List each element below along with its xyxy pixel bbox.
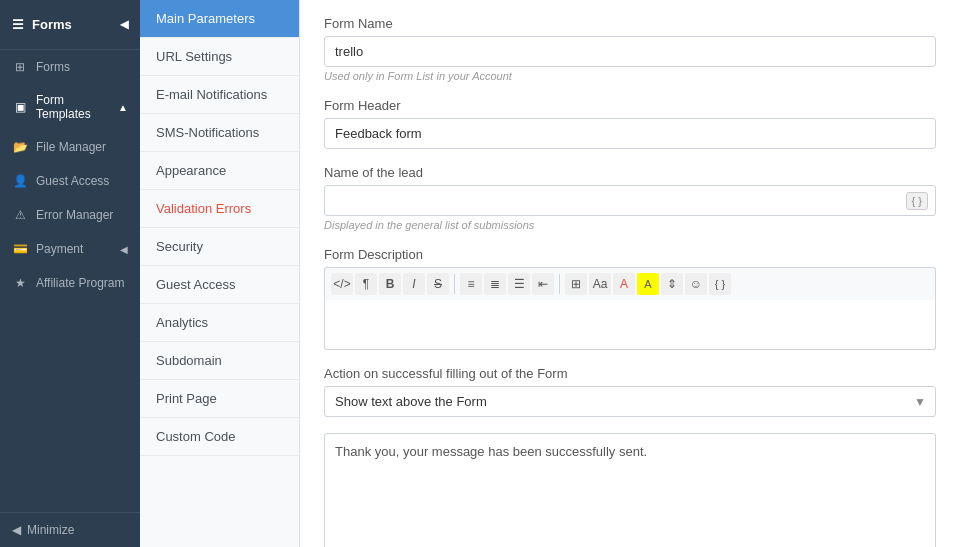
file-manager-icon: 📂 [12,139,28,155]
nav-item-label: Appearance [156,163,226,178]
chevron-icon: ◀ [120,244,128,255]
forms-nav-icon: ⊞ [12,59,28,75]
lead-name-group: Name of the lead { } Displayed in the ge… [324,165,936,231]
success-message-text: Thank you, your message has been success… [335,444,647,459]
toolbar-indent-btn[interactable]: ⇤ [532,273,554,295]
sidebar-item-payment[interactable]: 💳 Payment ◀ [0,232,140,266]
nav-item-label: Validation Errors [156,201,251,216]
toolbar-font-btn[interactable]: Aa [589,273,611,295]
toolbar-color-btn[interactable]: A [613,273,635,295]
lead-name-input[interactable] [324,185,936,216]
sidebar-item-guest-access[interactable]: 👤 Guest Access [0,164,140,198]
action-select-wrapper: Show text above the Form Redirect to URL… [324,386,936,417]
toolbar-italic-btn[interactable]: I [403,273,425,295]
sidebar-item-label: Form Templates [36,93,110,121]
nav-security[interactable]: Security [140,228,299,266]
nav-item-label: Print Page [156,391,217,406]
toolbar-token-btn[interactable]: { } [709,273,731,295]
nav-email-notifications[interactable]: E-mail Notifications [140,76,299,114]
sidebar-item-affiliate[interactable]: ★ Affiliate Program [0,266,140,300]
affiliate-icon: ★ [12,275,28,291]
nav-subdomain[interactable]: Subdomain [140,342,299,380]
minimize-label: Minimize [27,523,74,537]
nav-analytics[interactable]: Analytics [140,304,299,342]
form-header-label: Form Header [324,98,936,113]
sidebar-item-label: Error Manager [36,208,113,222]
nav-item-label: Subdomain [156,353,222,368]
nav-item-label: Guest Access [156,277,235,292]
sidebar-item-label: Guest Access [36,174,109,188]
mid-nav: Main Parameters URL Settings E-mail Noti… [140,0,300,547]
sidebar-collapse-btn[interactable]: ◀ [120,18,128,31]
main-content: Form Name Used only in Form List in your… [300,0,960,547]
toolbar-bgcolor-btn[interactable]: A [637,273,659,295]
toolbar-list3-btn[interactable]: ☰ [508,273,530,295]
form-name-label: Form Name [324,16,936,31]
success-message-area[interactable]: Thank you, your message has been success… [324,433,936,547]
error-manager-icon: ⚠ [12,207,28,223]
action-group: Action on successful filling out of the … [324,366,936,417]
action-label: Action on successful filling out of the … [324,366,936,381]
form-description-label: Form Description [324,247,936,262]
toolbar-paragraph-btn[interactable]: ¶ [355,273,377,295]
sidebar-item-label: File Manager [36,140,106,154]
toolbar-separator2 [559,274,560,294]
toolbar-emoji-btn[interactable]: ☺ [685,273,707,295]
minimize-icon: ◀ [12,523,21,537]
chevron-icon: ▲ [118,102,128,113]
nav-item-label: Security [156,239,203,254]
sidebar: ☰ Forms ◀ ⊞ Forms ▣ Form Templates ▲ 📂 F… [0,0,140,547]
toolbar-separator [454,274,455,294]
form-name-input[interactable] [324,36,936,67]
lead-name-hint: Displayed in the general list of submiss… [324,219,936,231]
sidebar-item-error-manager[interactable]: ⚠ Error Manager [0,198,140,232]
form-name-group: Form Name Used only in Form List in your… [324,16,936,82]
editor-toolbar: </> ¶ B I S ≡ ≣ ☰ ⇤ ⊞ Aa A A ⇕ ☺ { } [324,267,936,300]
guest-access-icon: 👤 [12,173,28,189]
form-header-group: Form Header [324,98,936,149]
nav-item-label: Analytics [156,315,208,330]
action-select[interactable]: Show text above the Form Redirect to URL… [324,386,936,417]
sidebar-title: Forms [32,17,72,32]
lead-name-input-wrapper: { } [324,185,936,216]
sidebar-item-forms[interactable]: ⊞ Forms [0,50,140,84]
form-description-editor[interactable] [324,300,936,350]
nav-item-label: Custom Code [156,429,235,444]
nav-item-label: Main Parameters [156,11,255,26]
toolbar-resize-btn[interactable]: ⇕ [661,273,683,295]
nav-main-parameters[interactable]: Main Parameters [140,0,299,38]
sidebar-item-file-manager[interactable]: 📂 File Manager [0,130,140,164]
forms-icon: ☰ [12,17,24,32]
toolbar-bold-btn[interactable]: B [379,273,401,295]
nav-custom-code[interactable]: Custom Code [140,418,299,456]
nav-guest-access[interactable]: Guest Access [140,266,299,304]
lead-name-label: Name of the lead [324,165,936,180]
sidebar-item-label: Payment [36,242,83,256]
nav-item-label: E-mail Notifications [156,87,267,102]
toolbar-strike-btn[interactable]: S [427,273,449,295]
sidebar-item-label: Affiliate Program [36,276,124,290]
payment-icon: 💳 [12,241,28,257]
nav-item-label: SMS-Notifications [156,125,259,140]
nav-validation-errors[interactable]: Validation Errors [140,190,299,228]
form-description-group: Form Description </> ¶ B I S ≡ ≣ ☰ ⇤ ⊞ A… [324,247,936,350]
sidebar-header: ☰ Forms ◀ [0,0,140,50]
nav-sms-notifications[interactable]: SMS-Notifications [140,114,299,152]
form-header-input[interactable] [324,118,936,149]
sidebar-item-form-templates[interactable]: ▣ Form Templates ▲ [0,84,140,130]
toolbar-code-btn[interactable]: </> [331,273,353,295]
form-templates-icon: ▣ [12,99,28,115]
nav-url-settings[interactable]: URL Settings [140,38,299,76]
form-name-hint: Used only in Form List in your Account [324,70,936,82]
nav-print-page[interactable]: Print Page [140,380,299,418]
lead-name-token-btn[interactable]: { } [906,192,928,210]
toolbar-list2-btn[interactable]: ≣ [484,273,506,295]
toolbar-list1-btn[interactable]: ≡ [460,273,482,295]
nav-item-label: URL Settings [156,49,232,64]
toolbar-table-btn[interactable]: ⊞ [565,273,587,295]
minimize-button[interactable]: ◀ Minimize [0,512,140,547]
nav-appearance[interactable]: Appearance [140,152,299,190]
sidebar-item-label: Forms [36,60,70,74]
